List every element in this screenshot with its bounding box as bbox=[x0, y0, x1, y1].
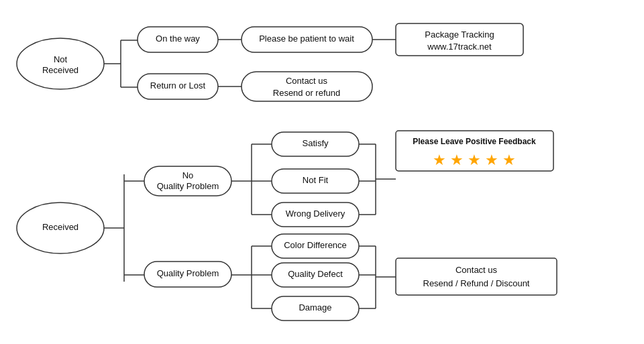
contact-refund-label2: Resend / Refund / Discount bbox=[423, 278, 530, 288]
tracking-label1: Package Tracking bbox=[425, 30, 494, 40]
stars-label: ★ ★ ★ ★ ★ bbox=[433, 152, 516, 168]
quality-problem-label: Quality Problem bbox=[157, 268, 219, 278]
patient-label: Please be patient to wait bbox=[259, 34, 354, 44]
tracking-label2: www.17track.net bbox=[427, 42, 492, 52]
on-the-way-label: On the way bbox=[156, 34, 200, 44]
contact-refund-label1: Contact us bbox=[455, 265, 498, 275]
feedback-label: Please Leave Positive Feedback bbox=[413, 137, 536, 146]
contact-refund-node bbox=[396, 258, 557, 295]
contact-resend-label2: Resend or refund bbox=[273, 88, 340, 98]
damage-label: Damage bbox=[299, 302, 331, 312]
no-quality-label2: Quality Problem bbox=[157, 181, 219, 191]
quality-defect-label: Quality Defect bbox=[288, 269, 343, 279]
color-diff-label: Color Difference bbox=[284, 240, 347, 250]
flowchart-diagram: Not Received On the way Please be patien… bbox=[0, 0, 644, 344]
not-received-label: Not bbox=[54, 54, 68, 64]
no-quality-label1: No bbox=[182, 170, 194, 180]
return-lost-label: Return or Lost bbox=[150, 80, 206, 91]
wrong-delivery-label: Wrong Delivery bbox=[286, 209, 345, 219]
received-label: Received bbox=[42, 222, 78, 232]
not-fit-label: Not Fit bbox=[303, 175, 329, 185]
contact-resend-label1: Contact us bbox=[286, 76, 328, 86]
not-received-label2: Received bbox=[42, 65, 78, 75]
satisfy-label: Satisfy bbox=[302, 138, 329, 148]
